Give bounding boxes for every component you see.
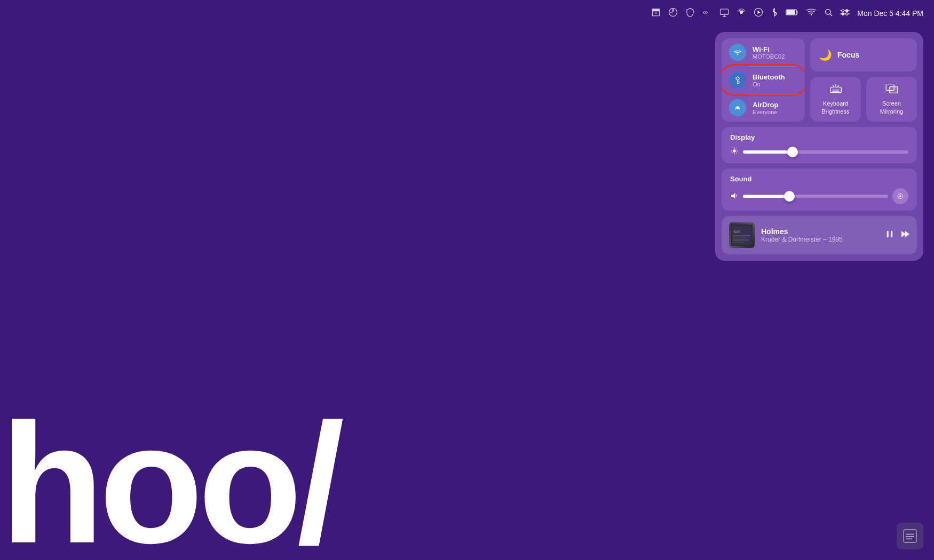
bluetooth-title: Bluetooth	[753, 73, 785, 81]
maps-icon[interactable]	[668, 7, 678, 19]
creative-cloud-icon[interactable]: ∞	[702, 7, 712, 19]
svg-rect-54	[891, 231, 892, 237]
svg-line-28	[837, 85, 838, 87]
airdrop-subtitle: Everyone	[753, 109, 778, 115]
display-slider-row	[730, 147, 908, 157]
wifi-menubar-icon[interactable]	[806, 8, 817, 19]
airdrop-title: AirDrop	[753, 101, 778, 109]
svg-rect-0	[652, 9, 660, 11]
svg-point-16	[842, 10, 844, 12]
focus-block[interactable]: 🌙 Focus	[810, 38, 917, 71]
playback-controls	[885, 229, 909, 242]
sound-block: Sound	[722, 169, 917, 211]
svg-text:∞: ∞	[703, 9, 708, 16]
wifi-title: Wi-Fi	[753, 45, 785, 53]
menubar-icons: ∞	[651, 7, 850, 19]
sound-output-button[interactable]	[892, 188, 908, 204]
bluetooth-subtitle: On	[753, 81, 785, 87]
svg-line-39	[736, 153, 737, 153]
screen-mirroring-icon	[885, 83, 899, 97]
menubar-time: Mon Dec 5 4:44 PM	[857, 9, 923, 18]
svg-rect-2	[655, 13, 658, 14]
svg-point-8	[740, 11, 743, 14]
screen-mirroring-button[interactable]: ScreenMirroring	[866, 77, 917, 122]
svg-point-33	[733, 149, 735, 152]
album-art-inner: KdB	[729, 222, 755, 248]
battery-icon[interactable]	[786, 9, 798, 18]
svg-text:KdB: KdB	[734, 230, 741, 234]
focus-label: Focus	[837, 51, 859, 59]
svg-line-41	[732, 153, 732, 153]
svg-rect-50	[733, 237, 746, 238]
skip-forward-button[interactable]	[900, 229, 909, 242]
bluetooth-item[interactable]: Bluetooth On	[722, 66, 805, 94]
display-title: Display	[730, 133, 908, 141]
svg-marker-42	[731, 193, 735, 198]
media-play-icon[interactable]	[754, 7, 763, 19]
display-brightness-slider[interactable]	[743, 150, 908, 154]
airdrop-icon	[729, 99, 746, 116]
bottom-right-app-icon[interactable]	[897, 523, 923, 549]
keyboard-brightness-label: KeyboardBrightness	[822, 100, 850, 115]
svg-line-38	[732, 148, 732, 149]
sound-slider-row	[730, 188, 908, 204]
display-menubar-icon[interactable]	[719, 7, 729, 19]
svg-point-19	[846, 13, 849, 15]
screen-mirroring-label: ScreenMirroring	[880, 100, 903, 115]
now-playing-block: KdB Holmes Kruder & Dorfmeister – 1995	[722, 216, 917, 254]
svg-line-40	[736, 148, 737, 149]
svg-rect-13	[797, 11, 798, 14]
brightness-low-icon	[730, 147, 739, 157]
svg-marker-10	[758, 11, 761, 14]
control-center-toggle-icon[interactable]	[840, 9, 850, 18]
menubar: ∞	[0, 0, 934, 27]
right-column: 🌙 Focus Keyb	[810, 38, 917, 122]
volume-low-icon	[730, 191, 739, 202]
bottom-buttons: KeyboardBrightness ScreenMirroring	[810, 77, 917, 122]
svg-line-27	[833, 85, 834, 87]
sound-volume-slider[interactable]	[743, 195, 888, 198]
podcast-icon[interactable]	[737, 7, 746, 19]
svg-rect-32	[889, 87, 897, 93]
svg-marker-56	[905, 231, 909, 237]
bluetooth-conn-icon	[729, 71, 746, 89]
airdrop-text: AirDrop Everyone	[753, 101, 778, 115]
archive-icon[interactable]	[651, 7, 661, 19]
svg-rect-12	[787, 10, 795, 14]
svg-line-15	[830, 14, 832, 16]
svg-rect-5	[721, 9, 729, 15]
connectivity-block: Wi-Fi MOTOBC02 Bluetooth On	[722, 38, 805, 122]
pause-button[interactable]	[885, 229, 895, 242]
control-center-panel: Wi-Fi MOTOBC02 Bluetooth On	[715, 32, 923, 261]
svg-rect-53	[887, 231, 889, 237]
track-title: Holmes	[761, 227, 878, 236]
track-artist: Kruder & Dorfmeister – 1995	[761, 236, 878, 243]
display-block: Display	[722, 127, 917, 163]
keyboard-brightness-icon	[829, 83, 842, 97]
svg-rect-51	[733, 239, 748, 241]
focus-moon-icon: 🌙	[819, 49, 832, 61]
shield-icon[interactable]	[685, 7, 695, 19]
wifi-item[interactable]: Wi-Fi MOTOBC02	[722, 38, 805, 66]
wifi-icon	[729, 44, 746, 61]
album-art: KdB	[729, 222, 755, 248]
search-menubar-icon[interactable]	[824, 8, 833, 19]
desktop-text: hoo/	[0, 406, 339, 560]
keyboard-brightness-button[interactable]: KeyboardBrightness	[810, 77, 861, 122]
sound-title: Sound	[730, 175, 908, 183]
bluetooth-text: Bluetooth On	[753, 73, 785, 87]
airdrop-item[interactable]: AirDrop Everyone	[722, 94, 805, 122]
wifi-text: Wi-Fi MOTOBC02	[753, 45, 785, 60]
track-info: Holmes Kruder & Dorfmeister – 1995	[761, 227, 878, 243]
svg-rect-49	[733, 235, 750, 236]
wifi-subtitle: MOTOBC02	[753, 53, 785, 60]
bluetooth-menubar-icon[interactable]	[771, 7, 778, 19]
svg-rect-52	[733, 242, 744, 243]
svg-point-44	[899, 195, 901, 197]
control-center-top-section: Wi-Fi MOTOBC02 Bluetooth On	[722, 38, 917, 122]
